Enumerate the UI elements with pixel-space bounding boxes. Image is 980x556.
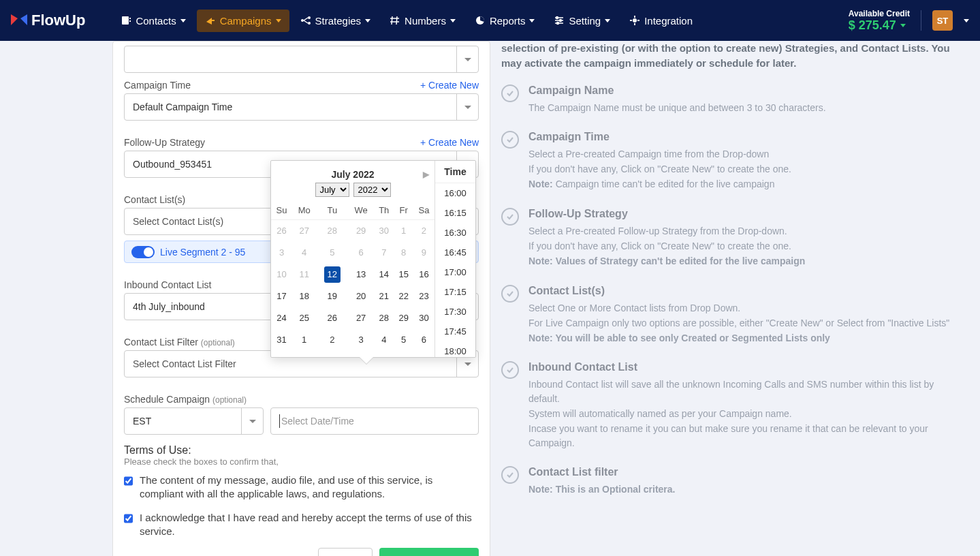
- time-option[interactable]: 16:45: [435, 243, 475, 262]
- time-option[interactable]: 16:00: [435, 183, 475, 203]
- svg-point-9: [560, 20, 562, 22]
- term2-label: I acknowledge that I have read and hereb…: [140, 511, 479, 539]
- nav-setting[interactable]: Setting: [546, 10, 618, 32]
- calendar-day[interactable]: 29: [348, 220, 374, 242]
- calendar-day[interactable]: 26: [316, 307, 348, 329]
- calendar-day[interactable]: 16: [413, 264, 434, 285]
- term1-checkbox[interactable]: [124, 476, 133, 486]
- time-option[interactable]: 17:30: [435, 302, 475, 322]
- calendar-day[interactable]: 30: [374, 220, 394, 242]
- calendar-day[interactable]: 23: [413, 285, 434, 307]
- chevron-down-icon[interactable]: [964, 19, 969, 22]
- calendar-day[interactable]: 7: [374, 242, 394, 264]
- cancel-button[interactable]: Cancel: [318, 548, 373, 556]
- segment-toggle[interactable]: [131, 246, 155, 258]
- year-select[interactable]: 2022: [353, 183, 391, 197]
- nav-contacts[interactable]: Contacts: [112, 10, 193, 32]
- calendar-day[interactable]: 6: [348, 242, 374, 264]
- calendar-day[interactable]: 9: [413, 242, 434, 264]
- calendar-day[interactable]: 14: [374, 264, 394, 285]
- calendar-day[interactable]: 17: [271, 285, 292, 307]
- user-avatar[interactable]: ST: [932, 10, 953, 31]
- main-nav: ContactsCampaignsStrategiesNumbersReport…: [112, 10, 701, 32]
- campaign-time-select[interactable]: Default Campaign Time: [124, 93, 479, 121]
- help-body: Select One or More Contact lists from Dr…: [528, 301, 949, 345]
- calendar-day[interactable]: 5: [316, 242, 348, 264]
- calendar-day[interactable]: 8: [394, 242, 413, 264]
- credit-label: Available Credit: [849, 9, 910, 18]
- calendar-day[interactable]: 10: [271, 264, 292, 285]
- calendar-day[interactable]: 13: [348, 264, 374, 285]
- help-item: Contact List filterNote: This is an Opti…: [501, 466, 960, 497]
- check-circle-icon: [501, 131, 519, 149]
- calendar-day[interactable]: 28: [316, 220, 348, 242]
- svg-point-4: [301, 19, 304, 22]
- calendar-next-button[interactable]: ▶: [423, 170, 429, 179]
- calendar-day[interactable]: 28: [374, 307, 394, 329]
- create-new-link[interactable]: + Create New: [420, 80, 479, 91]
- calendar-day[interactable]: 19: [316, 285, 348, 307]
- help-item: Inbound Contact ListInbound Contact list…: [501, 361, 960, 450]
- nav-reports[interactable]: Reports: [467, 10, 543, 32]
- calendar-day[interactable]: 3: [271, 242, 292, 264]
- numbers-icon: [390, 15, 400, 26]
- calendar-day[interactable]: 12: [316, 264, 348, 285]
- dow-header: Tu: [316, 201, 348, 220]
- credit-value[interactable]: $ 275.47: [849, 18, 910, 33]
- calendar-day[interactable]: 11: [292, 264, 316, 285]
- schedule-label: Schedule Campaign (optional): [124, 394, 247, 405]
- calendar-day[interactable]: 6: [413, 329, 434, 351]
- calendar-day[interactable]: 15: [394, 264, 413, 285]
- check-circle-icon: [501, 84, 519, 102]
- term2-checkbox[interactable]: [124, 514, 133, 523]
- content: Campaign Time + Create New Default Campa…: [0, 41, 980, 556]
- calendar-day[interactable]: 25: [292, 307, 316, 329]
- month-select[interactable]: July: [315, 183, 349, 197]
- logo[interactable]: FlowUp: [11, 12, 85, 29]
- time-option[interactable]: 17:00: [435, 262, 475, 282]
- nav-strategies[interactable]: Strategies: [292, 10, 379, 32]
- calendar-day[interactable]: 22: [394, 285, 413, 307]
- save-campaign-button[interactable]: Save Campaign: [379, 548, 479, 556]
- calendar-day[interactable]: 4: [374, 329, 394, 351]
- calendar-day[interactable]: 27: [292, 220, 316, 242]
- nav-numbers[interactable]: Numbers: [381, 10, 464, 32]
- chevron-down-icon: [276, 19, 281, 22]
- help-body: Inbound Contact list will save all the u…: [528, 377, 960, 449]
- calendar-day[interactable]: 31: [271, 329, 292, 351]
- calendar-day[interactable]: 21: [374, 285, 394, 307]
- calendar-day[interactable]: 18: [292, 285, 316, 307]
- create-new-link[interactable]: + Create New: [420, 137, 479, 148]
- dow-header: Mo: [292, 201, 316, 220]
- chevron-down-icon: [180, 19, 186, 22]
- prev-field-select[interactable]: [124, 46, 479, 73]
- time-option[interactable]: 16:30: [435, 223, 475, 243]
- segment-text: Live Segment 2 - 95: [160, 247, 245, 258]
- nav-campaigns[interactable]: Campaigns: [197, 10, 289, 32]
- calendar-day[interactable]: 29: [394, 307, 413, 329]
- nav-integration[interactable]: Integration: [621, 10, 701, 32]
- calendar-day[interactable]: 26: [271, 220, 292, 242]
- time-option[interactable]: 18:00: [435, 341, 475, 357]
- help-item: Campaign TimeSelect a Pre-created Campai…: [501, 131, 960, 193]
- time-option[interactable]: 17:45: [435, 322, 475, 341]
- check-circle-icon: [501, 466, 519, 484]
- calendar-day[interactable]: 2: [316, 329, 348, 351]
- calendar-day[interactable]: 3: [348, 329, 374, 351]
- time-option[interactable]: 16:15: [435, 203, 475, 223]
- calendar-day[interactable]: 27: [348, 307, 374, 329]
- calendar-day[interactable]: 5: [394, 329, 413, 351]
- time-option[interactable]: 17:15: [435, 282, 475, 302]
- calendar-day[interactable]: 1: [394, 220, 413, 242]
- calendar-day[interactable]: 30: [413, 307, 434, 329]
- timezone-select[interactable]: EST: [124, 407, 264, 435]
- date-input[interactable]: Select Date/Time: [270, 407, 479, 435]
- calendar-day[interactable]: 1: [292, 329, 316, 351]
- calendar-day[interactable]: 24: [271, 307, 292, 329]
- calendar-day[interactable]: 2: [413, 220, 434, 242]
- help-title: Inbound Contact List: [528, 361, 960, 373]
- term1-label: The content of my message, audio file, a…: [140, 474, 479, 501]
- calendar-day[interactable]: 20: [348, 285, 374, 307]
- calendar-day[interactable]: 4: [292, 242, 316, 264]
- reports-icon: [475, 15, 486, 26]
